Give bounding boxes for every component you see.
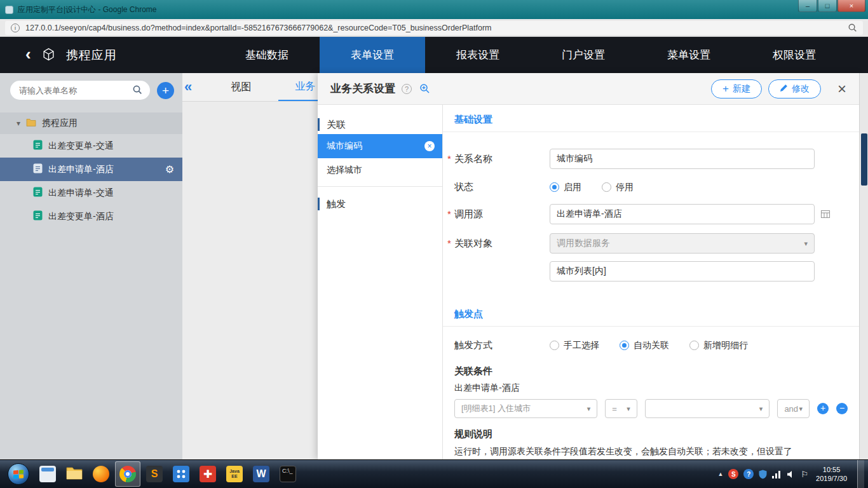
business-relation-panel: 业务关系设置 ? + 新建 修改 × 关联 城市编 <box>318 73 859 459</box>
chevron-down-icon: ▾ <box>587 405 591 413</box>
remove-relation-icon[interactable]: × <box>424 141 435 151</box>
sogou-tray-icon[interactable]: S <box>728 469 738 479</box>
omnibox[interactable]: i 127.0.0.1/seeyon/cap4/business.do?meth… <box>5 21 863 35</box>
tree-expand-icon[interactable]: ▾ <box>17 119 20 128</box>
app-cube-icon[interactable] <box>42 48 55 63</box>
target-detail-input[interactable] <box>550 261 815 281</box>
radio-label: 手工选择 <box>564 340 599 351</box>
radio-dot <box>689 341 699 350</box>
site-info-icon[interactable]: i <box>11 24 20 32</box>
close-window-button[interactable]: × <box>837 0 865 12</box>
radio-label: 新增明细行 <box>703 340 748 351</box>
vertical-scrollbar[interactable] <box>859 73 868 459</box>
zoom-in-icon[interactable] <box>419 83 430 94</box>
trigger-mode-row: 触发方式 手工选择 自动关联 新增明细行 <box>443 339 846 351</box>
remove-condition-button[interactable]: − <box>836 403 848 414</box>
pencil-icon <box>780 84 788 94</box>
source-input[interactable] <box>550 204 815 224</box>
condition-logic-select[interactable]: and ▾ <box>777 399 810 418</box>
target-label: * 关联对象 <box>443 238 550 250</box>
volume-icon[interactable] <box>787 470 796 478</box>
tab-menu-settings[interactable]: 菜单设置 <box>636 37 742 73</box>
tree-root-folder[interactable]: ▾ 携程应用 <box>0 112 182 134</box>
taskbar-im-app-icon[interactable] <box>168 461 194 487</box>
taskbar-firefox-icon[interactable] <box>88 461 114 487</box>
modify-relation-button[interactable]: 修改 <box>768 79 821 98</box>
rule-text-line1: 运行时，调用源表关联条件字段值若发生改变，会触发自动关联；若未改变，但设置了 <box>454 444 848 458</box>
network-icon[interactable] <box>772 470 782 478</box>
taskbar-app-window-icon[interactable] <box>35 461 60 487</box>
plus-icon: + <box>722 83 729 94</box>
clock-time: 10:55 <box>816 465 847 474</box>
search-icon <box>132 85 142 97</box>
tray-expand-icon[interactable]: ▲ <box>717 471 723 477</box>
tab-view[interactable]: 视图 <box>214 73 268 101</box>
form-picker-icon[interactable] <box>820 209 831 219</box>
target-detail-row <box>443 261 846 281</box>
target-select[interactable]: 调用数据服务 ▾ <box>550 233 815 254</box>
sidebar-search-row: + <box>0 73 182 106</box>
relation-name-label: * 关系名称 <box>443 153 550 165</box>
tab-report-settings[interactable]: 报表设置 <box>425 37 531 73</box>
radio-new-detail-row[interactable]: 新增明细行 <box>689 340 748 351</box>
taskbar-reader-app-icon[interactable]: ✚ <box>195 461 220 487</box>
window-title: 应用定制平台|设计中心 - Google Chrome <box>18 4 157 15</box>
form-item-label: 出差变更单-交通 <box>48 140 114 152</box>
maximize-button[interactable]: □ <box>818 0 837 12</box>
tray-clock[interactable]: 10:55 2019/7/30 <box>816 465 847 483</box>
form-item-change-hotel[interactable]: 出差变更单-酒店 <box>0 205 182 228</box>
radio-label: 自动关联 <box>634 340 669 351</box>
form-doc-icon <box>33 140 43 152</box>
relation-nav: 关联 城市编码 × 选择城市 触发 <box>318 105 443 459</box>
new-relation-button[interactable]: + 新建 <box>711 79 762 98</box>
nav-item-select-city[interactable]: 选择城市 <box>318 158 442 182</box>
back-icon[interactable]: ‹ <box>25 46 31 62</box>
condition-operator-select[interactable]: = ▾ <box>605 399 637 418</box>
tab-basic-data[interactable]: 基础数据 <box>214 37 320 73</box>
minimize-button[interactable]: – <box>798 0 817 12</box>
search-input[interactable] <box>18 85 128 96</box>
taskbar-sublime-icon[interactable]: S <box>142 461 167 487</box>
nav-item-city-code[interactable]: 城市编码 × <box>318 134 442 158</box>
relation-name-input[interactable] <box>550 149 815 169</box>
tree-root-label: 携程应用 <box>42 118 78 129</box>
clock-date: 2019/7/30 <box>816 474 847 483</box>
helper-tray-icon[interactable]: ? <box>743 469 754 479</box>
tab-permission-settings[interactable]: 权限设置 <box>742 37 847 73</box>
condition-value-select[interactable]: ▾ <box>645 399 770 418</box>
radio-enabled[interactable]: 启用 <box>550 182 581 193</box>
form-settings-gear-icon[interactable]: ⚙ <box>165 163 174 175</box>
target-row: * 关联对象 调用数据服务 ▾ <box>443 233 846 254</box>
taskbar-explorer-icon[interactable] <box>62 461 87 487</box>
search-box[interactable] <box>10 81 150 100</box>
taskbar-word-icon[interactable]: W <box>248 461 274 487</box>
radio-disabled[interactable]: 停用 <box>602 182 634 193</box>
form-item-apply-traffic[interactable]: 出差申请单-交通 <box>0 181 182 205</box>
radio-label: 停用 <box>616 182 634 193</box>
nav-group-trigger[interactable]: 触发 <box>318 194 442 214</box>
show-desktop-button[interactable] <box>857 460 864 488</box>
taskbar-chrome-icon[interactable] <box>115 461 140 487</box>
scrollbar-thumb[interactable] <box>861 133 867 186</box>
condition-field-select[interactable]: [明细表1] 入住城市 ▾ <box>454 399 597 418</box>
start-button[interactable] <box>8 463 29 485</box>
close-panel-icon[interactable]: × <box>837 81 846 97</box>
radio-auto-associate[interactable]: 自动关联 <box>620 340 669 351</box>
radio-manual-select[interactable]: 手工选择 <box>550 340 599 351</box>
form-item-apply-hotel[interactable]: 出差申请单-酒店 ⚙ <box>0 158 182 181</box>
browser-zoom-icon[interactable] <box>848 23 857 32</box>
tab-portal-settings[interactable]: 门户设置 <box>531 37 636 73</box>
tab-form-settings[interactable]: 表单设置 <box>320 37 425 73</box>
add-condition-button[interactable]: + <box>817 403 829 414</box>
taskbar-cmd-icon[interactable]: C:\_ <box>275 461 301 487</box>
form-item-change-traffic[interactable]: 出差变更单-交通 <box>0 134 182 158</box>
nav-group-association[interactable]: 关联 <box>318 115 442 134</box>
help-icon[interactable]: ? <box>402 84 412 94</box>
shield-icon[interactable] <box>759 470 767 479</box>
taskbar-javaee-ide-icon[interactable]: Java EE <box>222 461 247 487</box>
add-form-button[interactable]: + <box>157 82 174 99</box>
action-center-flag-icon[interactable]: ⚐ <box>801 470 808 479</box>
radio-dot <box>620 341 629 350</box>
source-row: * 调用源 <box>443 204 846 224</box>
collapse-sidebar-icon[interactable]: « <box>184 79 192 95</box>
